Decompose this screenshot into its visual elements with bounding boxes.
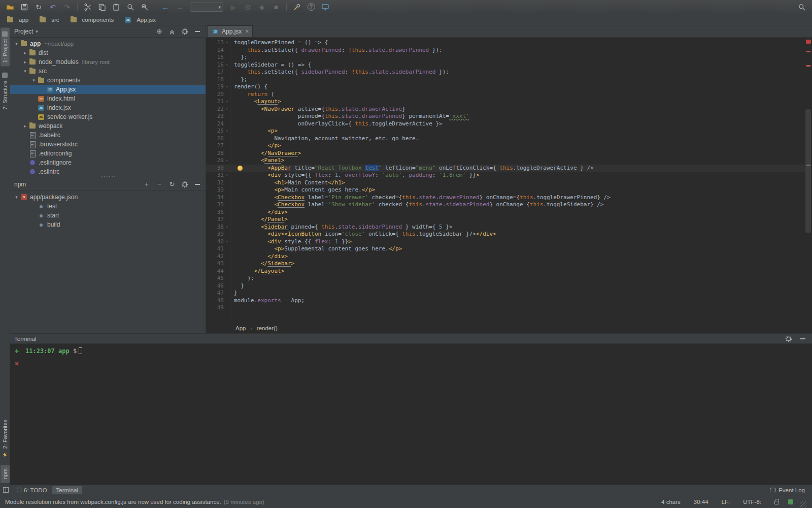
toolwindow-button-structure[interactable]: 7: Structure bbox=[1, 69, 10, 113]
code-line-29[interactable]: 29▾ <Panel> bbox=[206, 157, 805, 165]
breadcrumb-class[interactable]: App bbox=[235, 325, 246, 331]
back-icon[interactable]: ← bbox=[159, 2, 172, 13]
code-line-16[interactable]: 16▾toggleSidebar = () => { bbox=[206, 61, 805, 69]
settings-wrench-icon[interactable] bbox=[291, 2, 303, 13]
gear-icon[interactable] bbox=[180, 179, 190, 189]
tree-item-eslintignore[interactable]: .eslintignore bbox=[10, 158, 206, 167]
breadcrumb-app[interactable]: app bbox=[6, 16, 28, 24]
toolwindow-switcher-icon[interactable] bbox=[3, 487, 9, 493]
gear-icon[interactable] bbox=[180, 26, 190, 37]
fold-marker-icon[interactable]: ▾ bbox=[224, 39, 230, 47]
code-line-28[interactable]: 28 </NavDrawer> bbox=[206, 150, 805, 157]
run-coverage-icon[interactable]: ⊙ bbox=[242, 2, 254, 13]
copy-icon[interactable] bbox=[96, 2, 108, 13]
fold-marker-icon[interactable]: ▾ bbox=[224, 224, 230, 231]
code-line-44[interactable]: 44 </Layout> bbox=[206, 268, 805, 275]
save-icon[interactable] bbox=[18, 2, 30, 13]
error-stripe-mark[interactable] bbox=[806, 65, 810, 67]
event-log-button[interactable]: Event Log bbox=[766, 486, 809, 494]
tree-item-node-modules[interactable]: ▸node_moduleslibrary root bbox=[10, 57, 206, 67]
monitor-icon[interactable] bbox=[319, 2, 331, 13]
code-line-15[interactable]: 15 }; bbox=[206, 54, 805, 61]
fold-marker-icon[interactable]: ▾ bbox=[224, 106, 230, 113]
code-line-37[interactable]: 37 </Panel> bbox=[206, 216, 805, 224]
toolwindow-button-favorites[interactable]: ★ 2: Favorites bbox=[1, 416, 10, 461]
tree-item-babelrc[interactable]: .babelrc bbox=[10, 131, 206, 140]
code-line-39[interactable]: 39 <div><IconButton icon='close' onClick… bbox=[206, 231, 805, 238]
fold-marker-icon[interactable]: ▾ bbox=[224, 172, 230, 179]
tree-item-browserslistrc[interactable]: .browserslistrc bbox=[10, 140, 206, 149]
code-line-23[interactable]: 23 pinned={this.state.drawerPinned} perm… bbox=[206, 113, 805, 120]
code-line-19[interactable]: 19▾render() { bbox=[206, 83, 805, 91]
breadcrumb-components[interactable]: components bbox=[70, 16, 114, 24]
scrollbar-thumb[interactable] bbox=[805, 109, 811, 233]
code-line-31[interactable]: 31▾ <div style={{ flex: 1, overflowY: 'a… bbox=[206, 172, 805, 179]
code-line-34[interactable]: 34 <Checkbox label='Pin drawer' checked=… bbox=[206, 194, 805, 202]
expand-arrow-icon[interactable]: ▾ bbox=[13, 195, 20, 200]
code-line-17[interactable]: 17 this.setState({ sidebarPinned: !this.… bbox=[206, 69, 805, 76]
tree-item-editorconfig[interactable]: .editorconfig bbox=[10, 149, 206, 158]
tree-item-app-jsx[interactable]: App.jsx bbox=[10, 85, 206, 94]
tree-item-dist[interactable]: ▸dist bbox=[10, 48, 206, 57]
tree-item-components[interactable]: ▾components bbox=[10, 76, 206, 85]
code-line-43[interactable]: 43 </Sidebar> bbox=[206, 260, 805, 268]
code-line-20[interactable]: 20 return ( bbox=[206, 91, 805, 99]
code-line-22[interactable]: 22▾ <NavDrawer active={this.state.drawer… bbox=[206, 106, 805, 113]
code-line-49[interactable]: 49 bbox=[206, 304, 805, 312]
breadcrumb-app-jsx[interactable]: App.jsx bbox=[124, 16, 156, 24]
fold-marker-icon[interactable]: ▾ bbox=[224, 98, 230, 106]
code-line-42[interactable]: 42 </div> bbox=[206, 253, 805, 261]
expand-arrow-icon[interactable]: ▾ bbox=[22, 69, 28, 74]
code-line-47[interactable]: 47} bbox=[206, 290, 805, 297]
code-line-40[interactable]: 40▾ <div style={{ flex: 1 }}> bbox=[206, 238, 805, 246]
inspections-indicator[interactable] bbox=[806, 40, 811, 44]
scroll-from-source-icon[interactable]: ⊕ bbox=[154, 26, 164, 37]
tree-item-eslintrc[interactable]: .eslintrc bbox=[10, 167, 206, 175]
panel-splitter[interactable] bbox=[10, 175, 206, 178]
find-icon[interactable] bbox=[124, 2, 137, 13]
tree-item-app[interactable]: ▾app~/react/app bbox=[10, 39, 206, 48]
remove-icon[interactable]: − bbox=[154, 179, 164, 189]
editor-tab-appjsx[interactable]: App.jsx × bbox=[207, 25, 253, 37]
collapse-arrow-icon[interactable]: ▸ bbox=[22, 123, 28, 129]
collapse-all-icon[interactable] bbox=[167, 26, 177, 37]
toolwindow-button-project[interactable]: 1: Project bbox=[1, 27, 10, 66]
tree-item-webpack[interactable]: ▸webpack bbox=[10, 121, 206, 131]
line-separator[interactable]: LF: bbox=[722, 499, 730, 505]
intention-bulb-icon[interactable] bbox=[238, 166, 243, 171]
toolwindow-tab-terminal[interactable]: Terminal bbox=[52, 486, 82, 494]
gear-icon[interactable] bbox=[784, 334, 794, 344]
code-line-24[interactable]: 24 onOverlayClick={ this.toggleDrawerAct… bbox=[206, 120, 805, 128]
collapse-arrow-icon[interactable]: ▸ bbox=[22, 59, 28, 65]
chevron-down-icon[interactable]: ▾ bbox=[36, 29, 38, 34]
code-editor[interactable]: 13▾toggleDrawerPinned = () => {14 this.s… bbox=[206, 38, 812, 323]
code-line-35[interactable]: 35 <Checkbox label='Show sidebar' checke… bbox=[206, 201, 805, 209]
stop-icon[interactable]: ■ bbox=[270, 2, 282, 13]
run-icon[interactable]: ▶ bbox=[227, 2, 240, 13]
hide-panel-icon[interactable] bbox=[798, 334, 808, 344]
hide-panel-icon[interactable] bbox=[192, 179, 202, 189]
tree-item-service-worker-js[interactable]: service-worker.js bbox=[10, 112, 206, 121]
code-line-25[interactable]: 25▾ <p> bbox=[206, 128, 805, 135]
open-folder-icon[interactable] bbox=[4, 2, 16, 13]
new-session-icon[interactable]: + bbox=[15, 348, 19, 354]
code-line-21[interactable]: 21▾ <Layout> bbox=[206, 98, 805, 106]
run-configuration-select[interactable]: ▾ bbox=[190, 3, 223, 12]
caret-position[interactable]: 30:44 bbox=[694, 499, 708, 505]
fold-marker-icon[interactable]: ▾ bbox=[224, 157, 230, 165]
code-line-48[interactable]: 48module.exports = App; bbox=[206, 297, 805, 305]
code-line-38[interactable]: 38▾ <Sidebar pinned={ this.state.sidebar… bbox=[206, 224, 805, 231]
toolwindow-tab-todo[interactable]: 6: TODO bbox=[13, 486, 51, 494]
code-line-27[interactable]: 27 </p> bbox=[206, 142, 805, 150]
fold-marker-icon[interactable]: ▾ bbox=[224, 238, 230, 246]
toolwindow-button-npm[interactable]: npm bbox=[1, 465, 10, 483]
terminal-output[interactable]: 11:23:07 app $ bbox=[23, 344, 812, 485]
close-session-icon[interactable]: × bbox=[15, 361, 19, 367]
code-line-13[interactable]: 13▾toggleDrawerPinned = () => { bbox=[206, 39, 805, 47]
tree-item-index-jsx[interactable]: index.jsx bbox=[10, 103, 206, 112]
code-line-18[interactable]: 18 }; bbox=[206, 76, 805, 84]
close-icon[interactable]: × bbox=[245, 28, 249, 35]
redo-icon[interactable]: ↷ bbox=[61, 2, 73, 13]
fold-marker-icon[interactable]: ▾ bbox=[224, 61, 230, 69]
expand-arrow-icon[interactable]: ▾ bbox=[30, 78, 37, 83]
